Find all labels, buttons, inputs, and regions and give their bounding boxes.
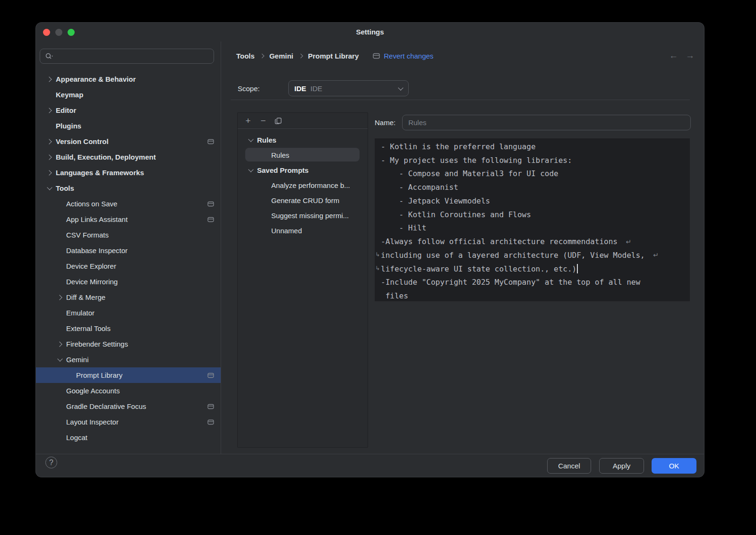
prompt-tree-label: Suggest missing permi... [271, 212, 349, 220]
chevron-slot-empty [57, 435, 63, 441]
prompt-tree-group-saved-prompts[interactable]: Saved Prompts [238, 162, 368, 178]
back-arrow-button[interactable]: ← [669, 51, 678, 61]
sidebar-item-gradle-declarative-focus[interactable]: Gradle Declarative Focus [36, 399, 221, 414]
prompt-tree-item-generate-crud-form[interactable]: Generate CRUD form [238, 193, 368, 208]
sidebar-item-label: Device Mirroring [66, 278, 118, 286]
chevron-slot-empty [57, 310, 63, 316]
sidebar-item-layout-inspector[interactable]: Layout Inspector [36, 414, 221, 430]
chevron-right-icon [46, 154, 52, 160]
sidebar-item-database-inspector[interactable]: Database Inspector [36, 243, 221, 258]
breadcrumb-tools[interactable]: Tools [236, 52, 255, 60]
prompt-tree-item-unnamed[interactable]: Unnamed [238, 223, 368, 238]
sidebar-item-external-tools[interactable]: External Tools [36, 321, 221, 336]
sidebar-item-logcat[interactable]: Logcat [36, 430, 221, 445]
traffic-lights [43, 29, 75, 36]
prompt-list-panel: + − RulesRulesSaved PromptsAnalyze perfo… [237, 112, 368, 448]
sidebar-item-firebender-settings[interactable]: Firebender Settings [36, 336, 221, 352]
chevron-slot [248, 167, 254, 173]
sidebar-item-build-execution-deployment[interactable]: Build, Execution, Deployment [36, 149, 221, 165]
chevron-slot [47, 76, 52, 82]
editor-line: ↳including use of a layered architecture… [375, 248, 690, 262]
editor-line: ↳lifecycle-aware UI state collection., e… [375, 262, 690, 276]
sidebar-item-label: Gradle Declarative Focus [66, 402, 146, 410]
revert-changes[interactable]: Revert changes [373, 52, 433, 60]
sidebar-item-version-control[interactable]: Version Control [36, 134, 221, 149]
sidebar-item-actions-on-save[interactable]: Actions on Save [36, 196, 221, 212]
breadcrumb-gemini[interactable]: Gemini [269, 52, 293, 60]
chevron-right-icon [46, 170, 52, 175]
sidebar-item-diff-merge[interactable]: Diff & Merge [36, 289, 221, 305]
search-input[interactable] [55, 52, 214, 60]
editor-line: -Include "Copyright 2025 MyCompany" at t… [375, 276, 690, 289]
chevron-slot-empty [57, 404, 63, 409]
sidebar-item-keymap[interactable]: Keymap [36, 87, 221, 102]
selection-highlight [245, 148, 360, 161]
remove-prompt-button[interactable]: − [258, 115, 269, 127]
sidebar-item-label: Emulator [66, 309, 94, 317]
minimize-window-button[interactable] [55, 29, 62, 36]
prompt-tree-item-rules[interactable]: Rules [238, 147, 368, 162]
editor-line: - Kotlin Coroutines and Flows [375, 208, 690, 221]
copy-prompt-button[interactable] [273, 115, 284, 127]
prompt-tree-label: Generate CRUD form [271, 196, 339, 204]
sidebar-item-emulator[interactable]: Emulator [36, 305, 221, 321]
settings-content: Tools Gemini Prompt Library Revert chang… [221, 42, 704, 454]
prompt-tree-item-suggest-missing-permi[interactable]: Suggest missing permi... [238, 208, 368, 223]
chevron-slot [248, 137, 254, 143]
sidebar-item-languages-frameworks[interactable]: Languages & Frameworks [36, 165, 221, 180]
editor-line: - Hilt [375, 221, 690, 235]
sidebar-item-device-mirroring[interactable]: Device Mirroring [36, 274, 221, 289]
sidebar-item-tools[interactable]: Tools [36, 180, 221, 196]
add-prompt-button[interactable]: + [242, 115, 254, 127]
close-window-button[interactable] [43, 29, 50, 36]
sidebar-item-prompt-library[interactable]: Prompt Library [36, 367, 221, 383]
apply-button[interactable]: Apply [599, 458, 644, 474]
chevron-slot [47, 170, 52, 176]
prompt-tree-group-rules[interactable]: Rules [238, 132, 368, 147]
sidebar-tree: Appearance & BehaviorKeymapEditorPlugins… [36, 71, 221, 445]
sidebar-item-label: CSV Formats [66, 231, 109, 239]
forward-arrow-button[interactable]: → [686, 51, 695, 61]
editor-line-text: lifecycle-aware UI state collection., et… [381, 264, 576, 273]
prompt-name-input[interactable] [402, 115, 691, 130]
chevron-slot [57, 295, 63, 300]
titlebar: Settings [36, 23, 704, 42]
scope-dropdown[interactable]: IDE IDE [288, 80, 409, 96]
modified-indicator-icon [207, 419, 214, 425]
soft-wrap-end-icon: ↵ [653, 252, 659, 258]
chevron-slot-empty [57, 388, 63, 394]
editor-line-text: files [381, 291, 408, 300]
editor-line-text: - Accompanist [381, 183, 458, 192]
sidebar-item-csv-formats[interactable]: CSV Formats [36, 227, 221, 243]
ok-button[interactable]: OK [652, 458, 696, 474]
revert-changes-link[interactable]: Revert changes [384, 52, 433, 60]
chevron-slot-empty [57, 201, 63, 207]
sidebar-item-editor[interactable]: Editor [36, 102, 221, 118]
modified-indicator-icon [207, 139, 214, 144]
settings-search[interactable] [40, 49, 214, 64]
sidebar-item-gemini[interactable]: Gemini [36, 352, 221, 367]
prompt-tree-item-analyze-performance-b[interactable]: Analyze performance b... [238, 178, 368, 193]
chevron-slot [57, 357, 63, 363]
prompt-editor[interactable]: - Kotlin is the preferred language- My p… [375, 138, 690, 301]
sidebar-item-label: Appearance & Behavior [56, 75, 136, 83]
sidebar-item-label: Tools [56, 184, 74, 192]
chevron-slot-empty [47, 92, 52, 98]
modified-indicator-icon [207, 201, 214, 207]
cancel-button[interactable]: Cancel [547, 458, 591, 474]
chevron-right-icon [57, 295, 62, 300]
help-button[interactable]: ? [45, 457, 57, 468]
sidebar-item-google-accounts[interactable]: Google Accounts [36, 383, 221, 399]
zoom-window-button[interactable] [68, 29, 75, 36]
sidebar-item-plugins[interactable]: Plugins [36, 118, 221, 134]
modified-indicator-icon [207, 404, 214, 409]
scope-value: IDE [310, 85, 399, 93]
sidebar-item-device-explorer[interactable]: Device Explorer [36, 258, 221, 274]
editor-line-text: - My project uses the following librarie… [381, 156, 572, 165]
chevron-slot-empty [57, 263, 63, 269]
breadcrumb: Tools Gemini Prompt Library Revert chang… [236, 49, 433, 62]
sidebar-item-app-links-assistant[interactable]: App Links Assistant [36, 212, 221, 227]
sidebar-item-label: Logcat [66, 433, 87, 442]
chevron-down-icon [248, 136, 253, 142]
sidebar-item-appearance-behavior[interactable]: Appearance & Behavior [36, 71, 221, 87]
